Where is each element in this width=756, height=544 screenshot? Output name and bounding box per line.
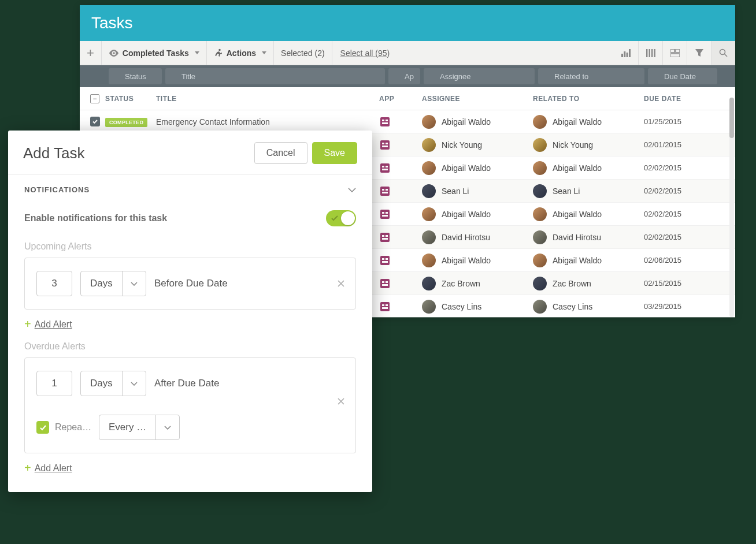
remove-upcoming-alert[interactable] [337,280,345,288]
eye-icon [109,50,119,57]
row-due: 02/01/2015 [644,140,707,149]
svg-rect-11 [670,54,680,57]
svg-rect-54 [382,261,388,263]
select-all-link[interactable]: Select all (95) [332,41,398,65]
repeat-every-select[interactable]: Every … [99,415,180,440]
col-title[interactable]: TITLE [156,95,379,103]
upcoming-unit-text: Days [81,271,123,296]
svg-rect-42 [382,192,388,193]
row-related: Abigail Waldo [533,254,644,267]
filter-due[interactable] [648,68,717,84]
col-assignee[interactable]: ASSIGNEE [422,95,533,103]
svg-rect-57 [386,281,388,283]
app-icon [379,278,422,289]
overdue-value-input[interactable] [36,371,72,396]
overdue-suffix: After Due Date [154,378,219,389]
completed-label: Completed Tasks [123,49,189,58]
row-related: Abigail Waldo [533,115,644,129]
chevron-down-icon [131,382,138,386]
add-upcoming-alert[interactable]: + Add Alert [8,310,372,331]
app-icon [379,255,422,266]
table-row[interactable]: COMPLETEDEmergency Contact InformationAb… [80,110,735,133]
toggle-knob [341,211,355,225]
check-icon [39,424,47,431]
avatar [533,207,547,221]
save-button[interactable]: Save [312,142,357,164]
selected-count[interactable]: Selected (2) [274,41,332,65]
svg-rect-61 [386,304,388,306]
svg-point-0 [113,52,115,54]
filter-app[interactable] [388,68,420,84]
page-title: Tasks [91,14,133,32]
selected-label: Selected (2) [281,49,324,58]
svg-rect-6 [646,49,647,57]
col-related[interactable]: RELATED TO [533,95,644,103]
svg-point-13 [720,50,725,55]
col-due[interactable]: DUE DATE [644,95,707,103]
overdue-unit-select[interactable]: Days [80,371,146,396]
app-icon [379,116,422,128]
row-related: David Hirotsu [533,230,644,244]
col-status[interactable]: STATUS [105,95,156,103]
cancel-button[interactable]: Cancel [254,142,307,164]
svg-rect-3 [624,51,625,57]
row-due: 01/25/2015 [644,117,707,126]
enable-toggle[interactable] [326,210,356,226]
row-due: 02/15/2015 [644,279,707,288]
notifications-section-header[interactable]: NOTIFICATIONS [8,175,372,194]
filter-title[interactable] [165,68,385,84]
filter-related[interactable] [538,68,644,84]
upcoming-alerts-label: Upcoming Alerts [8,231,372,258]
row-related: Nick Young [533,138,644,152]
filter-status[interactable] [109,68,162,84]
search-icon [719,49,728,57]
chevron-down-icon [348,188,356,192]
svg-rect-10 [670,49,675,53]
scrollbar-thumb[interactable] [729,98,734,138]
svg-rect-8 [651,49,653,57]
select-some-checkbox[interactable]: − [90,94,99,103]
actions-dropdown[interactable]: Actions [207,41,274,65]
svg-rect-28 [382,120,384,121]
toolbar: + Completed Tasks Actions Selected (2) S… [80,41,735,65]
upcoming-unit-select[interactable]: Days [80,271,146,296]
status-badge: COMPLETED [105,118,147,127]
upcoming-value-input[interactable] [36,271,72,296]
avatar [422,277,436,290]
overdue-unit-text: Days [81,371,123,396]
avatar [533,230,547,244]
avatar [422,161,436,175]
upcoming-suffix: Before Due Date [154,278,228,289]
chevron-down-icon [164,426,171,430]
col-app[interactable]: APP [379,95,422,103]
app-icon [379,208,422,220]
view-completed-dropdown[interactable]: Completed Tasks [102,41,207,65]
filter-button[interactable] [687,41,711,65]
svg-rect-35 [380,163,390,173]
chart-button[interactable] [614,41,638,65]
columns-button[interactable] [638,41,662,65]
svg-rect-30 [382,122,388,124]
row-related: Zac Brown [533,277,644,290]
svg-rect-47 [380,233,390,242]
svg-rect-37 [386,166,388,167]
svg-rect-49 [386,235,388,237]
layout-button[interactable] [662,41,687,65]
filter-assignee[interactable] [424,68,535,84]
repeat-checkbox[interactable] [36,421,49,434]
search-button[interactable] [711,41,735,65]
svg-rect-36 [382,166,384,167]
svg-rect-46 [382,215,388,217]
app-icon [379,162,422,174]
avatar [422,300,436,314]
remove-overdue-alert[interactable] [337,397,345,405]
filter-row [80,65,735,87]
avatar [422,230,436,244]
svg-rect-32 [382,143,384,144]
add-overdue-alert[interactable]: + Add Alert [8,453,372,475]
add-button[interactable]: + [80,41,102,65]
row-checkbox[interactable] [90,117,100,126]
avatar [422,254,436,267]
modal-header: Add Task Cancel Save [8,131,372,175]
svg-rect-7 [648,49,650,57]
